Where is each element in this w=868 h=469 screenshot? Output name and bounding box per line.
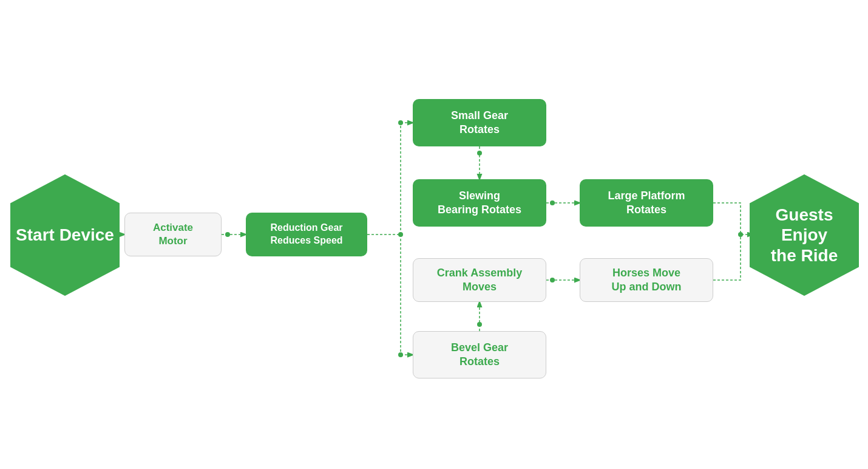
activate-motor-node: ActivateMotor — [124, 213, 222, 256]
bevel-gear-label: Bevel GearRotates — [451, 341, 508, 369]
guests-label: GuestsEnjoythe Ride — [771, 205, 838, 266]
svg-point-20 — [738, 232, 743, 237]
slewing-bearing-label: SlewingBearing Rotates — [438, 189, 521, 217]
start-device-node: Start Device — [7, 171, 123, 299]
svg-point-10 — [398, 352, 403, 357]
svg-point-7 — [398, 120, 403, 125]
horses-move-node: Horses MoveUp and Down — [580, 258, 713, 302]
svg-point-15 — [550, 200, 555, 205]
bevel-gear-node: Bevel GearRotates — [413, 331, 546, 378]
horses-move-label: Horses MoveUp and Down — [612, 266, 682, 295]
guests-node: GuestsEnjoythe Ride — [747, 171, 862, 299]
large-platform-node: Large PlatformRotates — [580, 179, 713, 227]
crank-assembly-label: Crank AssemblyMoves — [437, 266, 522, 295]
svg-point-3 — [225, 232, 230, 237]
svg-point-13 — [477, 151, 482, 156]
activate-motor-label: ActivateMotor — [153, 221, 193, 248]
large-platform-label: Large PlatformRotates — [608, 189, 685, 217]
slewing-bearing-node: SlewingBearing Rotates — [413, 179, 546, 227]
start-device-label: Start Device — [16, 225, 114, 245]
small-gear-label: Small GearRotates — [451, 109, 508, 137]
diagram-container: Start Device ActivateMotor Reduction Gea… — [0, 0, 868, 469]
crank-assembly-node: Crank AssemblyMoves — [413, 258, 546, 302]
svg-point-5 — [398, 232, 403, 237]
reduction-gear-node: Reduction GearReduces Speed — [246, 213, 367, 256]
small-gear-node: Small GearRotates — [413, 99, 546, 146]
svg-point-17 — [477, 322, 482, 327]
svg-point-19 — [550, 278, 555, 282]
reduction-gear-label: Reduction GearReduces Speed — [270, 222, 342, 247]
